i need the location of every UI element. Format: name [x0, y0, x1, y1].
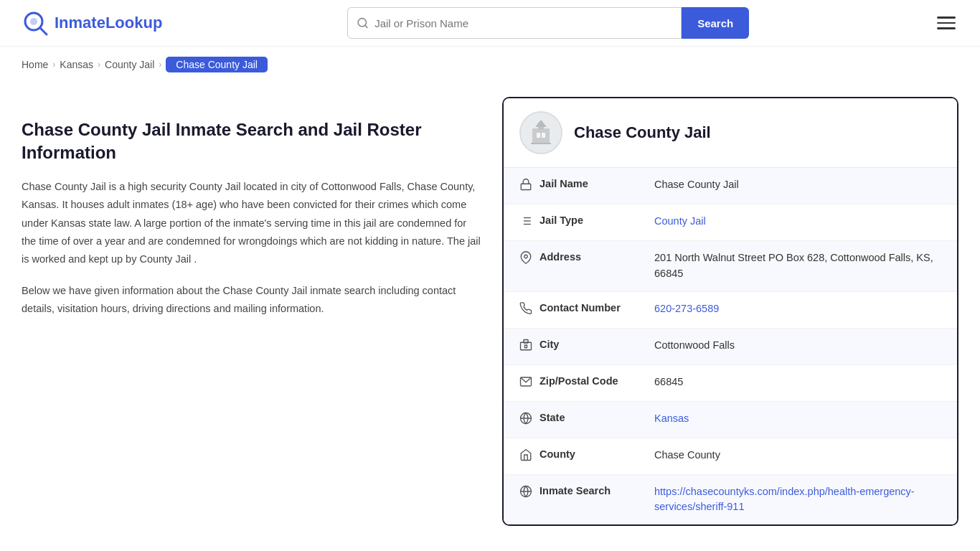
row-value: Chase County Jail	[654, 177, 941, 193]
county-icon	[519, 448, 540, 465]
row-value-link[interactable]: https://chasecountyks.com/index.php/heal…	[654, 486, 915, 513]
phone-icon	[519, 302, 540, 319]
hamburger-line-3	[937, 27, 956, 29]
breadcrumb-kansas[interactable]: Kansas	[60, 59, 93, 70]
row-label: Zip/Postal Code	[540, 375, 654, 387]
card-header: Chase County Jail	[504, 98, 957, 168]
row-value-link[interactable]: County Jail	[654, 215, 706, 227]
info-row: Contact Number620-273-6589	[504, 292, 957, 329]
svg-rect-21	[525, 345, 527, 348]
svg-marker-9	[535, 120, 547, 127]
globe-icon	[519, 412, 540, 428]
info-row: CityCottonwood Falls	[504, 329, 957, 365]
svg-line-4	[365, 25, 367, 27]
site-header: InmateLookup Search	[0, 0, 980, 47]
svg-rect-11	[521, 184, 531, 189]
description-paragraph-1: Chase County Jail is a high security Cou…	[22, 178, 481, 269]
row-label: Jail Name	[540, 177, 654, 189]
breadcrumb-home[interactable]: Home	[22, 59, 48, 70]
logo-link[interactable]: InmateLookup	[22, 9, 162, 37]
svg-point-18	[524, 255, 528, 258]
svg-rect-20	[524, 339, 528, 343]
row-value: 201 North Walnut Street PO Box 628, Cott…	[654, 250, 941, 282]
info-row: CountyChase County	[504, 438, 957, 475]
info-card: Chase County Jail Jail NameChase County …	[502, 97, 958, 526]
info-row: Zip/Postal Code66845	[504, 365, 957, 402]
breadcrumb-current: Chase County Jail	[166, 57, 268, 72]
row-label: County	[540, 448, 654, 460]
row-value: Chase County	[654, 448, 941, 463]
svg-rect-5	[532, 128, 550, 144]
info-row: Jail NameChase County Jail	[504, 168, 957, 204]
svg-rect-10	[531, 143, 551, 144]
description-paragraph-2: Below we have given information about th…	[22, 282, 481, 319]
right-column: Chase County Jail Jail NameChase County …	[502, 97, 958, 526]
pin-icon	[519, 251, 540, 268]
row-value[interactable]: County Jail	[654, 214, 941, 230]
building-icon	[527, 118, 555, 147]
info-row: Address201 North Walnut Street PO Box 62…	[504, 241, 957, 292]
svg-point-2	[30, 18, 37, 25]
list-icon	[519, 215, 540, 231]
search-input-wrapper	[347, 7, 682, 39]
row-label: State	[540, 411, 654, 423]
row-value[interactable]: 620-273-6589	[654, 301, 941, 317]
breadcrumb-chevron-1: ›	[52, 60, 55, 70]
svg-rect-19	[521, 342, 532, 350]
row-value: Cottonwood Falls	[654, 338, 941, 354]
row-label: Contact Number	[540, 301, 654, 314]
search-input[interactable]	[374, 17, 672, 29]
breadcrumb-county-jail[interactable]: County Jail	[105, 59, 154, 70]
breadcrumb-chevron-3: ›	[159, 60, 161, 70]
page-title: Chase County Jail Inmate Search and Jail…	[22, 118, 481, 165]
jail-icon	[519, 178, 540, 194]
mail-icon	[519, 375, 540, 392]
search-bar: Search	[347, 7, 749, 39]
card-title: Chase County Jail	[574, 123, 711, 142]
row-label: Address	[540, 250, 654, 263]
info-rows: Jail NameChase County JailJail TypeCount…	[504, 168, 957, 524]
info-row: StateKansas	[504, 402, 957, 438]
breadcrumb: Home › Kansas › County Jail › Chase Coun…	[0, 47, 980, 83]
breadcrumb-chevron-2: ›	[98, 60, 100, 70]
logo-icon	[22, 9, 49, 37]
search-icon	[357, 17, 369, 29]
search-globe-icon	[519, 485, 540, 501]
row-label: Jail Type	[540, 214, 654, 226]
row-label: City	[540, 338, 654, 350]
svg-rect-6	[537, 133, 540, 138]
logo-text: InmateLookup	[55, 14, 162, 32]
svg-line-1	[40, 28, 47, 34]
city-icon	[519, 339, 540, 355]
row-value[interactable]: Kansas	[654, 411, 941, 427]
main-content: Chase County Jail Inmate Search and Jail…	[0, 83, 980, 551]
row-label: Inmate Search	[540, 484, 654, 496]
hamburger-line-1	[937, 17, 956, 19]
row-value: 66845	[654, 375, 941, 390]
left-column: Chase County Jail Inmate Search and Jail…	[22, 97, 481, 331]
search-button[interactable]: Search	[682, 7, 749, 39]
card-logo	[519, 111, 562, 154]
info-row: Jail TypeCounty Jail	[504, 204, 957, 241]
row-value[interactable]: https://chasecountyks.com/index.php/heal…	[654, 484, 941, 516]
row-value-link[interactable]: 620-273-6589	[654, 303, 719, 314]
hamburger-line-2	[937, 22, 956, 24]
info-row: Inmate Searchhttps://chasecountyks.com/i…	[504, 475, 957, 525]
row-value-link[interactable]: Kansas	[654, 413, 689, 424]
svg-rect-7	[542, 133, 545, 138]
hamburger-menu-button[interactable]	[934, 14, 958, 32]
